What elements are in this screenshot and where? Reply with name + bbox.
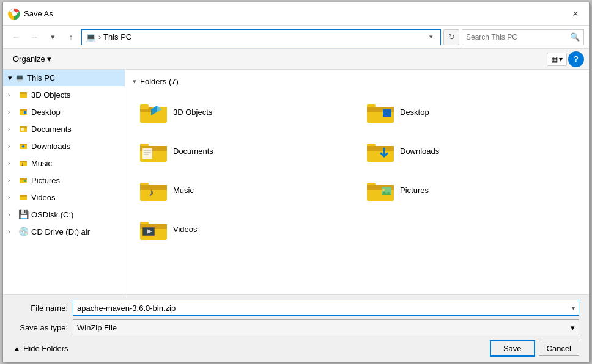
sidebar-item-videos[interactable]: › Videos (3, 189, 125, 206)
file-name-label: File name: (13, 304, 68, 313)
cancel-button[interactable]: Cancel (539, 341, 579, 356)
svg-point-48 (382, 189, 385, 191)
svg-rect-4 (20, 92, 27, 94)
section-label: Folders (7) (140, 77, 179, 86)
svg-rect-17 (20, 178, 27, 180)
folder-item-videos[interactable]: Videos (133, 212, 355, 246)
bottom-area: File name: ▾ Save as type: WinZip File ▾… (3, 294, 589, 362)
folder-icon-music: ♪ (139, 178, 168, 202)
sidebar-item-3d-objects[interactable]: › 3D Objects (3, 86, 125, 103)
svg-rect-39 (367, 146, 394, 151)
close-button[interactable]: × (567, 5, 584, 23)
svg-rect-10 (21, 128, 24, 131)
toolbar: Organize ▾ ▦ ▾ ? (3, 49, 589, 70)
folder-icon-pictures (366, 178, 395, 202)
folder-icon-3d (139, 100, 168, 124)
address-bar: 💻 › This PC ▾ (81, 29, 441, 45)
folder-label-downloads: Downloads (400, 147, 439, 156)
svg-rect-18 (24, 180, 26, 182)
svg-rect-33 (142, 148, 152, 159)
save-button[interactable]: Save (490, 340, 535, 357)
search-icon: 🔍 (570, 32, 580, 42)
dialog-title: Save As (24, 9, 567, 18)
address-dropdown-arrow[interactable]: ▾ (426, 32, 437, 43)
forward-button[interactable]: → (26, 29, 42, 45)
file-name-row: File name: ▾ (13, 300, 579, 316)
folders-section-header: ▾ Folders (7) (133, 75, 582, 89)
folder-icon-documents (139, 139, 168, 163)
file-name-dropdown-arrow[interactable]: ▾ (572, 305, 575, 311)
view-icon: ▦ (551, 55, 558, 64)
view-button[interactable]: ▦ ▾ (547, 53, 567, 66)
svg-rect-6 (20, 109, 27, 111)
sidebar-item-music[interactable]: › ♪ Music (3, 155, 125, 172)
sidebar-item-downloads[interactable]: › Downloads (3, 137, 125, 155)
hide-folders-label: Hide Folders (23, 344, 68, 353)
hide-folders-button[interactable]: ▲ Hide Folders (13, 344, 68, 353)
save-as-dialog: Save As × ← → ▾ ↑ 💻 › This PC ▾ ↻ 🔍 Orga… (2, 2, 590, 362)
sidebar-item-pictures[interactable]: › Pictures (3, 172, 125, 189)
refresh-button[interactable]: ↻ (443, 29, 459, 45)
hide-folders-arrow: ▲ (13, 344, 21, 353)
folder-item-desktop[interactable]: Desktop (360, 95, 582, 129)
sidebar-item-documents[interactable]: › Documents (3, 120, 125, 137)
folder-label-3d: 3D Objects (173, 107, 212, 117)
help-button[interactable]: ? (568, 51, 584, 67)
save-as-type-arrow: ▾ (571, 323, 575, 332)
organize-button[interactable]: Organize ▾ (8, 53, 56, 65)
section-arrow: ▾ (133, 78, 136, 86)
save-as-type-select[interactable]: WinZip File ▾ (73, 319, 579, 335)
folder-label-music: Music (173, 186, 194, 195)
address-path: This PC (103, 32, 423, 42)
file-list: ▾ Folders (7) 3D Objects (125, 70, 589, 294)
buttons-row: ▲ Hide Folders Save Cancel (13, 340, 579, 357)
folder-label-documents: Documents (173, 147, 213, 156)
save-as-type-label: Save as type: (13, 323, 68, 332)
svg-rect-23 (140, 104, 149, 109)
chrome-icon (8, 8, 20, 20)
sidebar-item-this-pc[interactable]: ▾ 💻 This PC (3, 70, 125, 86)
folder-item-pictures[interactable]: Pictures (360, 173, 582, 207)
svg-text:♪: ♪ (149, 186, 154, 198)
folder-item-3d-objects[interactable]: 3D Objects (133, 95, 355, 129)
nav-bar: ← → ▾ ↑ 💻 › This PC ▾ ↻ 🔍 (3, 26, 589, 49)
folders-grid: 3D Objects Desktop (133, 95, 582, 246)
svg-text:♪: ♪ (21, 162, 24, 166)
expand-arrow: ▾ (8, 73, 12, 82)
svg-rect-20 (20, 195, 27, 197)
view-controls: ▦ ▾ ? (547, 51, 584, 67)
folder-label-desktop: Desktop (400, 107, 429, 117)
svg-rect-7 (24, 111, 26, 114)
folder-item-downloads[interactable]: Downloads (360, 134, 582, 168)
pc-icon: 💻 (15, 73, 24, 82)
save-as-type-row: Save as type: WinZip File ▾ (13, 319, 579, 335)
sidebar-item-desktop[interactable]: › Desktop (3, 103, 125, 120)
address-separator: › (98, 33, 101, 42)
sidebar-item-cd-drive[interactable]: › 💿 CD Drive (D:) air (3, 223, 125, 240)
svg-point-2 (12, 12, 17, 16)
search-bar: 🔍 (462, 29, 584, 45)
file-name-input-wrapper: ▾ (73, 300, 579, 316)
folder-label-pictures: Pictures (400, 186, 429, 195)
up-button[interactable]: ↑ (63, 29, 79, 45)
title-bar: Save As × (3, 2, 589, 26)
folder-item-music[interactable]: ♪ Music (133, 173, 355, 207)
folder-label-videos: Videos (173, 225, 198, 234)
svg-rect-29 (383, 109, 391, 117)
folder-icon-videos (139, 217, 168, 241)
dropdown-button[interactable]: ▾ (45, 29, 61, 45)
main-content: ▾ 💻 This PC › 3D Objects › Desktop › (3, 70, 589, 294)
folder-item-documents[interactable]: Documents (133, 134, 355, 168)
folder-icon-downloads (366, 139, 395, 163)
view-arrow: ▾ (559, 55, 563, 64)
file-name-input[interactable] (77, 304, 572, 313)
pc-icon: 💻 (86, 32, 96, 42)
back-button[interactable]: ← (8, 29, 24, 45)
sidebar-item-osdisk[interactable]: › 💾 OSDisk (C:) (3, 206, 125, 223)
search-input[interactable] (466, 33, 570, 42)
folder-icon-desktop (366, 100, 395, 124)
sidebar: ▾ 💻 This PC › 3D Objects › Desktop › (3, 70, 125, 294)
